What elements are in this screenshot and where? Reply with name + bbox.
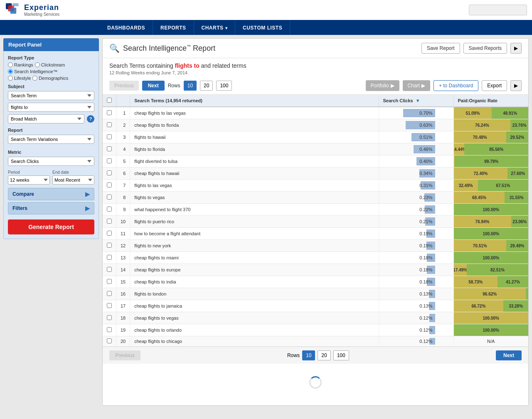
- select-all-checkbox[interactable]: [107, 98, 112, 103]
- row-checkbox[interactable]: [107, 158, 112, 163]
- row-checkbox[interactable]: [107, 338, 112, 343]
- organic-bar: 29.49%: [506, 240, 528, 251]
- paid-bar: 70.51%: [454, 240, 507, 251]
- generate-report-button[interactable]: Generate Report: [8, 219, 94, 234]
- row-checkbox[interactable]: [107, 207, 112, 212]
- brand-name: Experian: [24, 3, 59, 12]
- header-arrow-button[interactable]: ▶: [510, 43, 522, 54]
- row-checkbox[interactable]: [107, 243, 112, 248]
- match-type-dropdown[interactable]: Broad Match: [8, 114, 84, 123]
- row-checkbox[interactable]: [107, 267, 112, 272]
- row-checkbox[interactable]: [107, 255, 112, 260]
- row-number: 1: [116, 107, 130, 119]
- rows-10-button-bottom[interactable]: 10: [302, 350, 315, 360]
- save-report-button[interactable]: Save Report: [421, 43, 460, 54]
- organic-bar: 29.52%: [506, 131, 528, 143]
- row-checkbox-cell: [103, 276, 116, 288]
- row-search-term: cheap flights to miami: [130, 252, 379, 264]
- radio-lifestyle[interactable]: Lifestyle: [8, 76, 31, 81]
- data-table-container: Search Terms (14,954 returned) Search Cl…: [103, 95, 528, 347]
- next-button-top[interactable]: Next: [142, 81, 165, 91]
- organic-bar: 33.28%: [503, 300, 528, 312]
- dashboard-button[interactable]: + to Dashboard: [433, 80, 478, 91]
- radio-rankings[interactable]: Rankings: [8, 62, 33, 67]
- organic-bar: 41.27%: [498, 276, 528, 288]
- rows-100-button-top[interactable]: 100: [216, 81, 232, 91]
- rows-10-button-top[interactable]: 10: [184, 81, 197, 91]
- row-checkbox[interactable]: [107, 146, 112, 151]
- radio-clickstream[interactable]: Clickstream: [35, 62, 65, 67]
- th-clicks[interactable]: Search Clicks ▼: [379, 95, 453, 107]
- search-value-dropdown[interactable]: flights to: [8, 103, 94, 112]
- row-checkbox[interactable]: [107, 182, 112, 187]
- rows-20-button-bottom[interactable]: 20: [318, 350, 330, 360]
- row-number: 13: [116, 252, 130, 264]
- paid-bar: 70.48%: [454, 131, 507, 143]
- row-clicks: 0.19%: [379, 228, 453, 240]
- metric-dropdown[interactable]: Search Clicks: [8, 157, 94, 166]
- row-checkbox[interactable]: [107, 303, 112, 308]
- row-rate: 100.00%: [453, 204, 528, 216]
- row-search-term: cheap flights to florida: [130, 119, 379, 131]
- row-checkbox[interactable]: [107, 170, 112, 175]
- row-checkbox[interactable]: [107, 110, 112, 115]
- paid-bar: 14.44%: [454, 143, 465, 155]
- row-checkbox-cell: [103, 107, 116, 119]
- help-button[interactable]: ?: [87, 115, 94, 123]
- row-checkbox[interactable]: [107, 219, 112, 224]
- row-checkbox[interactable]: [107, 195, 112, 200]
- subject-dropdown[interactable]: Search Term: [8, 91, 94, 100]
- portfolio-button[interactable]: Portfolio ▶: [366, 80, 399, 91]
- row-checkbox[interactable]: [107, 327, 112, 332]
- row-number: 5: [116, 155, 130, 168]
- saved-reports-button[interactable]: Saved Reports: [463, 43, 507, 54]
- chart-button[interactable]: Chart ▶: [403, 80, 430, 91]
- paid-bar: 96.62%: [454, 288, 526, 300]
- next-button-bottom[interactable]: Next: [496, 350, 522, 360]
- controls-arrow-button[interactable]: ▶: [510, 80, 522, 91]
- row-checkbox-cell: [103, 300, 116, 312]
- table-row: 16flights to london0.13%96.62%: [103, 288, 528, 300]
- rows-100-button-bottom[interactable]: 100: [333, 350, 349, 360]
- row-checkbox[interactable]: [107, 231, 112, 236]
- row-clicks: 0.51%: [379, 131, 453, 143]
- period-dropdown[interactable]: 12 weeks: [8, 175, 50, 185]
- end-date-dropdown[interactable]: Most Recent: [52, 175, 94, 185]
- table-row: 6cheap flights to hawaii0.34%72.40%27.60…: [103, 168, 528, 180]
- nav-item-dashboards[interactable]: DASHBOARDS: [100, 21, 153, 35]
- row-clicks: 0.23%: [379, 192, 453, 204]
- rows-label-bottom: Rows: [287, 352, 300, 358]
- subject-label: Subject: [8, 84, 94, 89]
- table-row: 20cheap flights to chicago0.12%N/A: [103, 336, 528, 347]
- row-rate: 14.44%85.56%: [453, 143, 528, 155]
- row-checkbox[interactable]: [107, 122, 112, 127]
- nav-item-charts[interactable]: CHARTS ▾: [194, 21, 236, 35]
- row-clicks: 0.34%: [379, 168, 453, 180]
- row-checkbox[interactable]: [107, 291, 112, 296]
- row-clicks: 0.19%: [379, 240, 453, 252]
- row-checkbox-cell: [103, 216, 116, 228]
- rows-20-button-top[interactable]: 20: [200, 81, 213, 91]
- prev-button-bottom[interactable]: Previous: [109, 350, 140, 360]
- nav-item-custom-lists[interactable]: CUSTOM LISTS: [235, 21, 290, 35]
- report-dropdown[interactable]: Search Term Variations: [8, 135, 94, 144]
- panel-header: Report Panel: [3, 38, 99, 51]
- row-checkbox[interactable]: [107, 315, 112, 320]
- row-rate: 96.62%: [453, 288, 528, 300]
- row-search-term: flights to florida: [130, 143, 379, 155]
- paid-bar: 76.94%: [454, 216, 511, 227]
- row-clicks: 0.31%: [379, 180, 453, 192]
- filters-section[interactable]: Filters ▶: [8, 202, 94, 214]
- paid-bar: 51.09%: [454, 107, 492, 119]
- export-button[interactable]: Export: [482, 80, 507, 91]
- row-rate: 70.48%29.52%: [453, 131, 528, 143]
- radio-demographics[interactable]: Demographics: [32, 76, 68, 81]
- radio-search-intelligence[interactable]: Search Intelligence™: [8, 69, 58, 74]
- row-checkbox[interactable]: [107, 134, 112, 139]
- organic-bar: 100.00%: [454, 204, 529, 215]
- nav-item-reports[interactable]: REPORTS: [153, 21, 194, 35]
- compare-section[interactable]: Compare ▶: [8, 188, 94, 200]
- prev-button-top[interactable]: Previous: [109, 81, 139, 91]
- row-checkbox[interactable]: [107, 279, 112, 284]
- row-rate: 99.79%: [453, 155, 528, 168]
